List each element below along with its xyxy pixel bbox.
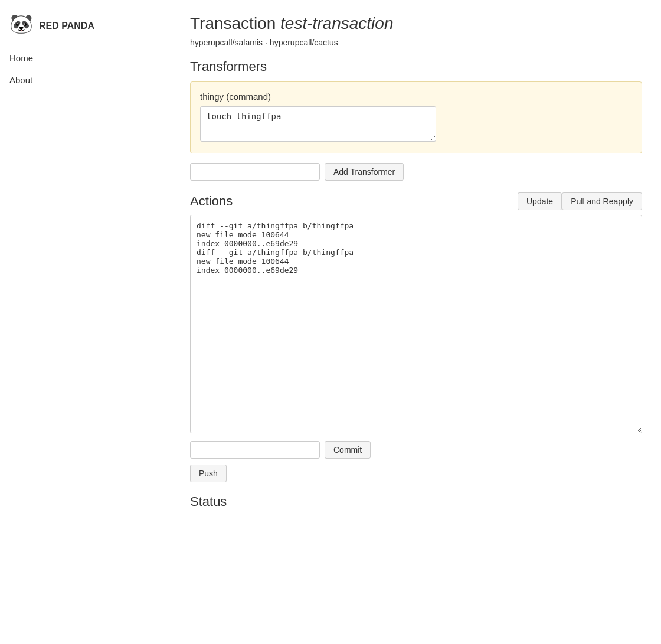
red-panda-icon: 🐼 (9, 14, 33, 38)
commit-message-input[interactable] (190, 441, 320, 459)
breadcrumb-separator: · (265, 38, 267, 47)
push-button[interactable]: Push (190, 465, 227, 482)
commit-row: Commit (190, 441, 642, 459)
actions-heading: Actions (190, 194, 233, 209)
sidebar-nav: Home About (0, 47, 171, 91)
sidebar-item-home[interactable]: Home (0, 47, 171, 69)
push-row: Push (190, 465, 642, 482)
sidebar-link-about[interactable]: About (0, 69, 171, 91)
sidebar-item-about[interactable]: About (0, 69, 171, 91)
sidebar-link-home[interactable]: Home (0, 47, 171, 69)
transformers-heading: Transformers (190, 59, 642, 74)
sidebar-brand: RED PANDA (39, 21, 94, 31)
page-title: Transaction test-transaction (190, 14, 642, 33)
sidebar: 🐼 RED PANDA Home About (0, 0, 171, 644)
commit-button[interactable]: Commit (325, 441, 371, 459)
actions-section: Actions Update Pull and Reapply Commit P… (190, 192, 642, 482)
breadcrumb-item-cactus: hyperupcall/cactus (270, 38, 338, 47)
main-content: Transaction test-transaction hyperupcall… (171, 0, 661, 644)
add-transformer-row: Add Transformer (190, 163, 642, 181)
breadcrumb: hyperupcall/salamis · hyperupcall/cactus (190, 38, 642, 47)
add-transformer-input[interactable] (190, 163, 320, 181)
breadcrumb-item-salamis: hyperupcall/salamis (190, 38, 263, 47)
add-transformer-button[interactable]: Add Transformer (325, 163, 404, 181)
diff-textarea[interactable] (190, 215, 642, 433)
transformers-section: thingy (command) (190, 81, 642, 153)
status-heading: Status (190, 494, 642, 509)
sidebar-header: 🐼 RED PANDA (0, 9, 171, 47)
pull-reapply-button[interactable]: Pull and Reapply (562, 192, 642, 210)
transformer-name: thingy (command) (200, 91, 632, 102)
actions-header: Actions Update Pull and Reapply (190, 192, 642, 210)
transformer-command-input[interactable] (200, 106, 436, 142)
actions-buttons: Update Pull and Reapply (518, 192, 642, 210)
update-button[interactable]: Update (518, 192, 562, 210)
